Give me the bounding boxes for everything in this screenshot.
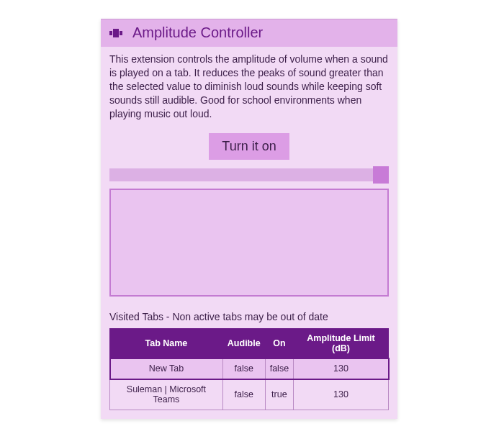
toggle-row: Turn it on [101,127,397,168]
table-cell: false [265,358,293,379]
col-on: On [265,329,293,358]
visualizer-box [109,189,389,297]
svg-rect-1 [113,29,119,37]
visited-tabs-label: Visited Tabs - Non active tabs may be ou… [101,311,397,328]
table-cell: 130 [294,379,389,410]
volume-controller-icon [108,27,125,39]
extension-popup: Amplitude Controller This extension cont… [101,19,397,419]
col-amp-limit: Amplitude Limit (dB) [294,329,389,358]
table-row[interactable]: Suleman | Microsoft Teamsfalsetrue130 [110,379,389,410]
amplitude-slider-row [101,168,397,189]
toggle-button[interactable]: Turn it on [209,133,289,160]
table-cell: New Tab [110,358,223,379]
popup-header: Amplitude Controller [101,20,397,47]
svg-rect-0 [109,31,112,35]
col-tab-name: Tab Name [110,329,223,358]
amplitude-slider[interactable] [109,168,389,181]
svg-rect-2 [120,31,122,35]
popup-title: Amplitude Controller [132,24,263,41]
table-cell: true [265,379,293,410]
amplitude-slider-thumb[interactable] [373,166,389,184]
table-cell: 130 [294,358,389,379]
table-header-row: Tab Name Audible On Amplitude Limit (dB) [110,329,389,358]
table-cell: false [222,379,265,410]
description-text: This extension controls the amplitude of… [101,47,397,127]
table-cell: false [222,358,265,379]
table-row[interactable]: New Tabfalsefalse130 [110,358,389,379]
col-audible: Audible [222,329,265,358]
table-cell: Suleman | Microsoft Teams [110,379,223,410]
visited-tabs-table: Tab Name Audible On Amplitude Limit (dB)… [109,328,389,410]
